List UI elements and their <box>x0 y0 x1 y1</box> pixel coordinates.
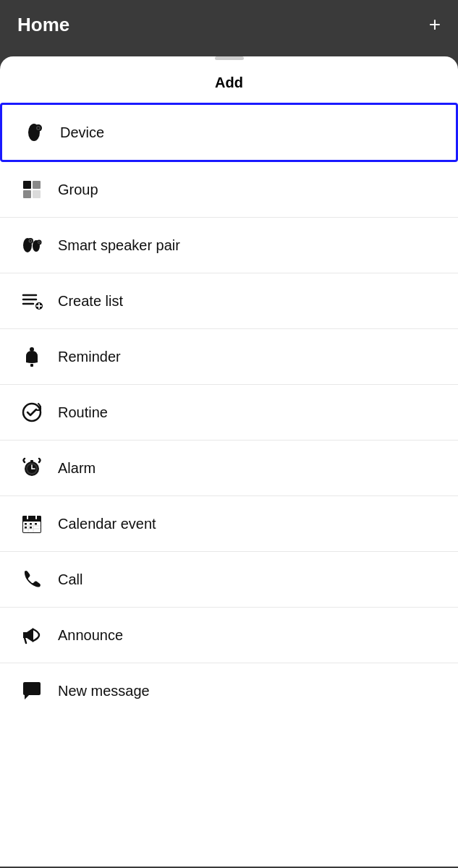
svg-rect-6 <box>23 190 31 198</box>
menu-item-device[interactable]: Device <box>0 103 458 162</box>
call-icon <box>17 565 46 594</box>
reminder-icon <box>17 342 46 371</box>
menu-item-reminder[interactable]: Reminder <box>0 329 458 385</box>
svg-rect-43 <box>30 527 32 529</box>
svg-point-25 <box>23 404 41 421</box>
smart-speaker-pair-label: Smart speaker pair <box>58 237 180 254</box>
menu-item-announce[interactable]: Announce <box>0 608 458 663</box>
menu-item-call[interactable]: Call <box>0 552 458 608</box>
menu-item-calendar-event[interactable]: Calendar event <box>0 496 458 552</box>
menu-item-smart-speaker-pair[interactable]: Smart speaker pair <box>0 218 458 273</box>
svg-line-47 <box>25 638 26 643</box>
device-icon <box>20 118 48 147</box>
call-label: Call <box>58 571 82 588</box>
alarm-label: Alarm <box>58 460 96 477</box>
sheet-title: Add <box>0 60 458 103</box>
menu-item-create-list[interactable]: Create list <box>0 273 458 329</box>
svg-rect-7 <box>33 190 41 198</box>
svg-rect-33 <box>22 516 41 522</box>
group-label: Group <box>58 182 98 198</box>
bottom-sheet: Add Device <box>0 56 458 867</box>
group-icon <box>17 175 46 204</box>
routine-icon <box>17 398 46 427</box>
smart-speaker-pair-icon <box>17 231 46 260</box>
svg-rect-39 <box>25 523 27 525</box>
menu-item-routine[interactable]: Routine <box>0 385 458 441</box>
announce-icon <box>17 621 46 650</box>
create-list-label: Create list <box>58 293 123 310</box>
menu-item-group[interactable]: Group <box>0 162 458 218</box>
add-button[interactable]: + <box>429 13 441 36</box>
new-message-label: New message <box>58 683 150 699</box>
announce-label: Announce <box>58 627 123 644</box>
svg-rect-40 <box>30 523 32 525</box>
menu-list: Device Group <box>0 103 458 718</box>
svg-point-15 <box>38 242 40 243</box>
header: Home + <box>0 0 458 48</box>
svg-point-3 <box>38 127 40 129</box>
svg-rect-42 <box>25 527 27 529</box>
svg-rect-4 <box>23 181 31 189</box>
menu-item-alarm[interactable]: Alarm <box>0 441 458 496</box>
svg-point-11 <box>30 240 31 242</box>
svg-rect-5 <box>33 181 41 189</box>
alarm-icon <box>17 454 46 482</box>
svg-rect-41 <box>35 523 37 525</box>
new-message-icon <box>17 676 46 705</box>
calendar-event-icon <box>17 509 46 538</box>
routine-label: Routine <box>58 404 108 421</box>
reminder-label: Reminder <box>58 349 121 365</box>
create-list-icon <box>17 286 46 315</box>
svg-rect-46 <box>23 632 27 638</box>
menu-item-new-message[interactable]: New message <box>0 663 458 718</box>
svg-rect-24 <box>30 364 33 367</box>
calendar-event-label: Calendar event <box>58 516 156 532</box>
page-title: Home <box>17 14 69 36</box>
device-label: Device <box>60 124 104 141</box>
svg-rect-31 <box>30 460 33 462</box>
